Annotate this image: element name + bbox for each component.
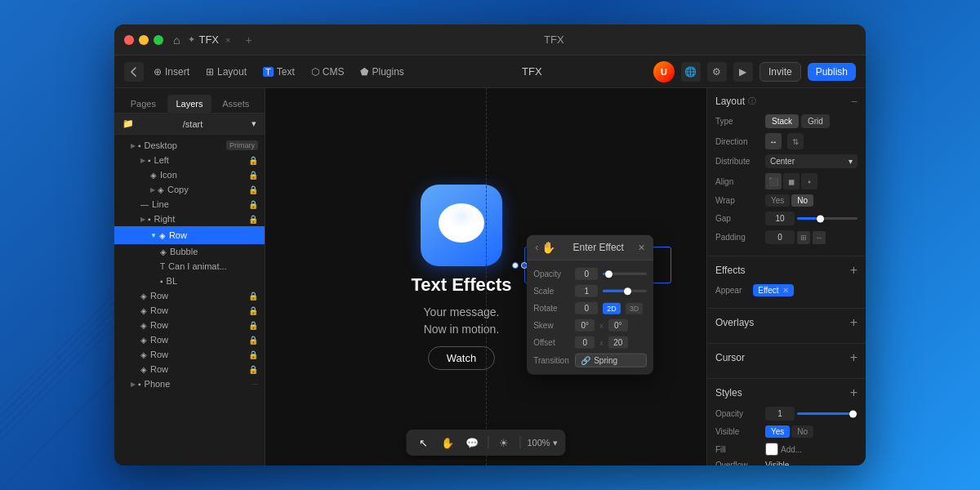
opacity-control xyxy=(765,407,858,421)
layout-collapse-icon[interactable]: − xyxy=(851,95,858,108)
nav-back-icon[interactable] xyxy=(124,62,144,82)
effect-tag-close[interactable]: ✕ xyxy=(782,286,789,295)
opacity-slider-wrap xyxy=(797,412,858,415)
add-row-icon[interactable]: + xyxy=(252,229,258,242)
text-button[interactable]: T Text xyxy=(256,63,301,81)
skew-y-input[interactable] xyxy=(608,319,628,332)
fill-swatch[interactable] xyxy=(765,443,778,456)
tree-item-canianimate[interactable]: T Can I animat... xyxy=(114,259,265,274)
plugins-button[interactable]: ⬟ Plugins xyxy=(354,63,410,81)
tree-item-bubble[interactable]: ◈ Bubble xyxy=(114,244,265,259)
watch-button[interactable]: Watch xyxy=(428,346,495,370)
opacity-input-styles[interactable] xyxy=(765,407,795,421)
canvas[interactable]: Text Effects Your message. Now in motion… xyxy=(265,88,706,466)
cursor-header: Cursor + xyxy=(715,350,858,365)
insert-button[interactable]: ⊕ Insert xyxy=(147,63,196,81)
add-tab-button[interactable]: + xyxy=(245,33,252,47)
effects-add-icon[interactable]: + xyxy=(850,263,858,278)
insert-icon: ⊕ xyxy=(154,66,162,78)
play-icon[interactable]: ▶ xyxy=(733,62,753,82)
styles-add-icon[interactable]: + xyxy=(850,385,858,400)
tree-item-left[interactable]: ▶ ▪ Left 🔒 xyxy=(114,153,265,167)
minimize-button[interactable] xyxy=(139,35,149,45)
tree-item-desktop[interactable]: ▶ ▪ Desktop Primary xyxy=(114,138,265,153)
align-center[interactable]: ◼ xyxy=(783,173,800,189)
transition-input[interactable]: 🔗 Spring xyxy=(575,354,647,368)
wrap-no-button[interactable]: No xyxy=(791,194,813,207)
tree-item-row-6[interactable]: ◈ Row 🔒 xyxy=(114,347,265,362)
sidebar-path[interactable]: 📁 /start ▾ xyxy=(114,114,265,135)
visible-no-button[interactable]: No xyxy=(791,425,813,438)
align-left[interactable]: ⬛ xyxy=(765,173,782,189)
tree-item-row-2[interactable]: ◈ Row 🔒 xyxy=(114,288,265,303)
offset-y-input[interactable] xyxy=(608,336,628,349)
opacity-track[interactable] xyxy=(797,412,858,415)
gap-input[interactable] xyxy=(765,212,795,225)
popup-close-icon[interactable]: ✕ xyxy=(638,242,645,252)
skew-x-input[interactable] xyxy=(575,319,595,332)
popup-back-icon[interactable]: ‹ xyxy=(535,242,538,253)
tree-item-row-5[interactable]: ◈ Row 🔒 xyxy=(114,332,265,347)
offset-x-input[interactable] xyxy=(575,336,595,349)
tree-item-line[interactable]: — Line 🔒 xyxy=(114,197,265,212)
rotate-2d-button[interactable]: 2D xyxy=(603,302,621,314)
user-avatar[interactable]: U xyxy=(653,61,675,82)
home-icon[interactable]: ⌂ xyxy=(173,33,180,47)
maximize-button[interactable] xyxy=(154,35,163,45)
bl-label: BL xyxy=(167,276,177,286)
tree-item-copy[interactable]: ▶ ◈ Copy 🔒 xyxy=(114,182,265,197)
zoom-control[interactable]: 100% ▾ xyxy=(527,438,557,448)
tree-item-row-selected[interactable]: ▼ ◈ Row + xyxy=(114,226,265,244)
hand-tool[interactable]: ✋ xyxy=(439,434,457,452)
direction-settings[interactable]: ⇅ xyxy=(787,133,804,149)
invite-button[interactable]: Invite xyxy=(760,62,801,82)
settings-icon[interactable]: ⚙ xyxy=(707,62,727,82)
distribute-dropdown[interactable]: Center ▾ xyxy=(765,154,858,168)
effect-tag[interactable]: Effect ✕ xyxy=(753,284,793,296)
cursor-add-icon[interactable]: + xyxy=(850,350,858,365)
tree-item-right[interactable]: ▶ ▪ Right 🔒 xyxy=(114,212,265,226)
tab-close[interactable]: × xyxy=(225,35,230,45)
stack-button[interactable]: Stack xyxy=(765,114,799,128)
tab-pages[interactable]: Pages xyxy=(121,95,166,113)
tree-item-bl[interactable]: ▪ BL xyxy=(114,274,265,288)
gap-track[interactable] xyxy=(797,217,858,220)
publish-button[interactable]: Publish xyxy=(808,63,856,81)
tree-item-phone[interactable]: ▶ ▪ Phone ··· xyxy=(114,376,265,391)
align-right[interactable]: ▪ xyxy=(801,173,817,189)
styles-title: Styles xyxy=(715,387,742,399)
tree-item-icon[interactable]: ◈ Icon 🔒 xyxy=(114,167,265,182)
tab-layers[interactable]: Layers xyxy=(167,95,212,113)
padding-input[interactable] xyxy=(765,230,795,244)
scale-input[interactable] xyxy=(575,285,598,297)
scale-slider[interactable] xyxy=(603,290,647,292)
grid-button[interactable]: Grid xyxy=(801,114,830,128)
rotate-3d-button[interactable]: 3D xyxy=(626,302,644,314)
overlays-add-icon[interactable]: + xyxy=(850,315,858,330)
layout-info-icon[interactable]: ⓘ xyxy=(748,96,756,107)
canvas-guide-line xyxy=(486,88,487,466)
close-button[interactable] xyxy=(124,35,134,45)
overlays-header: Overlays + xyxy=(715,315,858,330)
tree-item-row-4[interactable]: ◈ Row 🔒 xyxy=(114,318,265,332)
globe-icon[interactable]: 🌐 xyxy=(681,62,701,82)
wrap-yes-button[interactable]: Yes xyxy=(765,194,790,207)
visible-yes-button[interactable]: Yes xyxy=(765,425,790,438)
padding-settings-icon[interactable]: ⊞ xyxy=(797,231,810,244)
pointer-tool[interactable]: ↖ xyxy=(414,434,432,452)
rotate-input[interactable] xyxy=(575,302,598,314)
direction-horizontal[interactable]: ↔ xyxy=(765,133,782,149)
tree-item-row-3[interactable]: ◈ Row 🔒 xyxy=(114,303,265,318)
title-tab[interactable]: ✦ TFX × xyxy=(188,33,230,46)
opacity-slider[interactable] xyxy=(603,273,647,275)
comment-tool[interactable]: 💬 xyxy=(463,434,481,452)
opacity-input[interactable] xyxy=(575,268,598,280)
tree-item-row-7[interactable]: ◈ Row 🔒 xyxy=(114,362,265,376)
layout-button[interactable]: ⊞ Layout xyxy=(199,63,253,81)
tab-assets[interactable]: Assets xyxy=(213,95,258,113)
padding-more-icon[interactable]: ↔ xyxy=(813,231,826,244)
cms-button[interactable]: ⬡ CMS xyxy=(305,63,351,81)
popup-grab-icon[interactable]: ✋ xyxy=(541,241,555,254)
add-fill-text[interactable]: Add... xyxy=(781,445,802,454)
brightness-tool[interactable]: ☀ xyxy=(495,434,513,452)
